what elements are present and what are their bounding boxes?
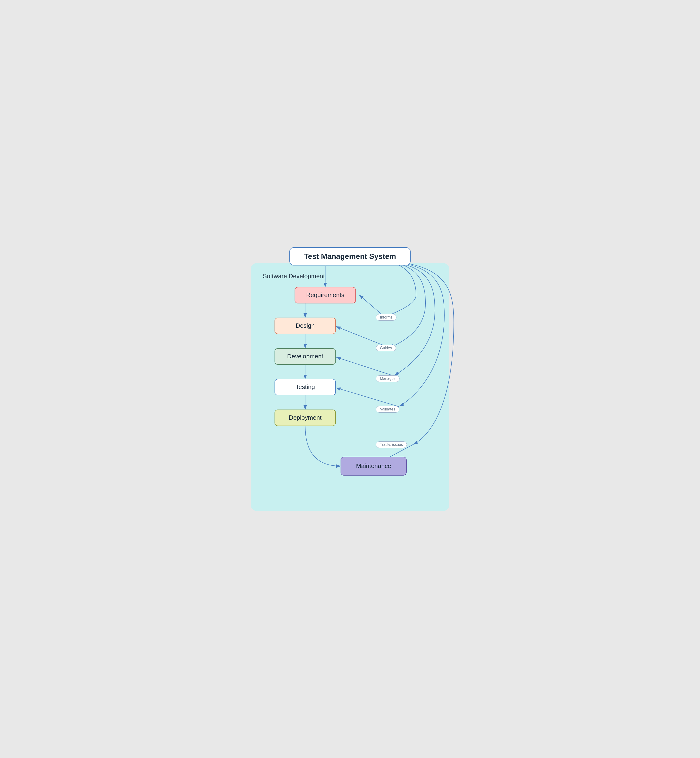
guides-pill: Guides <box>376 345 396 351</box>
development-label: Development <box>287 353 323 360</box>
informs-pill: Informs <box>376 314 397 321</box>
design-node: Design <box>275 318 336 334</box>
tracks-pill: Tracks issues <box>376 441 407 448</box>
diagram-area: Requirements Design Development Testing … <box>260 287 440 499</box>
requirements-label: Requirements <box>306 292 344 299</box>
sd-label: Software Development <box>263 273 440 280</box>
svg-line-6 <box>359 295 385 317</box>
sd-container: Software Development <box>251 263 449 511</box>
testing-node: Testing <box>275 379 336 395</box>
svg-line-9 <box>336 388 399 407</box>
validates-pill: Validates <box>376 406 399 413</box>
svg-line-8 <box>336 357 394 376</box>
deployment-label: Deployment <box>289 414 322 421</box>
requirements-node: Requirements <box>295 287 356 303</box>
deployment-node: Deployment <box>275 410 336 426</box>
outer-container: Test Management System Software Developm… <box>244 238 456 520</box>
maintenance-node: Maintenance <box>341 457 406 476</box>
tms-node: Test Management System <box>289 247 411 265</box>
testing-label: Testing <box>295 384 315 391</box>
manages-pill: Manages <box>376 375 400 382</box>
design-label: Design <box>296 322 315 329</box>
tms-box: Test Management System <box>251 247 449 265</box>
development-node: Development <box>275 348 336 365</box>
tms-label: Test Management System <box>304 252 396 260</box>
maintenance-label: Maintenance <box>356 462 391 469</box>
